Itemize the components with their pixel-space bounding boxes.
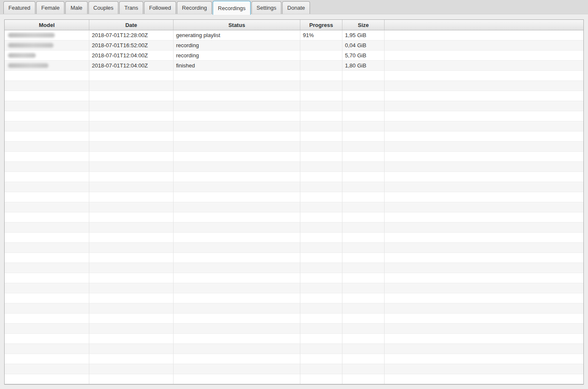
table-row-empty[interactable] [5,182,583,192]
cell-model [5,182,89,192]
cell-status: recording [174,51,300,61]
cell-filler [385,293,583,303]
table-row-empty[interactable] [5,212,583,223]
cell-model [5,324,89,334]
table-row-empty[interactable] [5,374,583,384]
tab-trans[interactable]: Trans [119,1,143,14]
cell-model [5,51,89,61]
table-row-empty[interactable] [5,111,583,121]
cell-date [89,142,174,152]
cell-size [342,223,385,233]
tab-donate[interactable]: Donate [282,1,310,14]
cell-progress [300,283,342,293]
table-row[interactable]: 2018-07-01T12:28:00Z generating playlist… [5,30,583,40]
table-row-empty[interactable] [5,71,583,81]
column-header-model[interactable]: Model [5,20,89,30]
table-row-empty[interactable] [5,223,583,233]
cell-status [174,202,300,212]
cell-progress [300,202,342,212]
table-row-empty[interactable] [5,324,583,334]
cell-size [342,233,385,243]
cell-status [174,243,300,253]
table-row-empty[interactable] [5,101,583,111]
tab-couples[interactable]: Couples [88,1,119,14]
cell-size: 1,95 GiB [342,30,385,40]
tab-male[interactable]: Male [65,1,87,14]
table-row-empty[interactable] [5,334,583,344]
tab-followed[interactable]: Followed [144,1,176,14]
table-row-empty[interactable] [5,81,583,91]
cell-progress [300,303,342,314]
table-row-empty[interactable] [5,263,583,273]
table-row[interactable]: 2018-07-01T12:04:00Z finished 1,80 GiB [5,61,583,71]
tab-female[interactable]: Female [36,1,64,14]
cell-status [174,364,300,374]
table-row[interactable]: 2018-07-01T12:04:00Z recording 5,70 GiB [5,51,583,61]
table-row-empty[interactable] [5,121,583,131]
table-row-empty[interactable] [5,243,583,253]
cell-date [89,172,174,182]
column-header-progress[interactable]: Progress [300,20,342,30]
tab-label: Male [70,5,82,11]
tab-settings[interactable]: Settings [251,1,281,14]
cell-size: 1,80 GiB [342,61,385,71]
cell-progress [300,81,342,91]
cell-filler [385,162,583,172]
cell-filler [385,283,583,293]
table-row-empty[interactable] [5,192,583,202]
table-row-empty[interactable] [5,91,583,101]
tab-recordings[interactable]: Recordings [213,1,251,15]
table-row-empty[interactable] [5,303,583,314]
tab-recording[interactable]: Recording [177,1,212,14]
table-row-empty[interactable] [5,364,583,374]
table-row-empty[interactable] [5,202,583,212]
table-row-empty[interactable] [5,152,583,162]
redacted-model-name [8,43,53,48]
cell-status [174,192,300,202]
cell-progress [300,293,342,303]
table-header-row: Model Date Status Progress Size [5,20,583,30]
cell-progress [300,152,342,162]
table-row-empty[interactable] [5,172,583,182]
table-row-empty[interactable] [5,344,583,354]
cell-date [89,152,174,162]
table-row-empty[interactable] [5,273,583,283]
table-row-empty[interactable] [5,233,583,243]
table-row-empty[interactable] [5,283,583,293]
cell-date [89,131,174,142]
cell-model [5,253,89,263]
cell-status [174,162,300,172]
cell-model [5,152,89,162]
column-header-size[interactable]: Size [342,20,385,30]
column-header-status[interactable]: Status [174,20,300,30]
cell-progress [300,253,342,263]
table-row-empty[interactable] [5,253,583,263]
table-row-empty[interactable] [5,162,583,172]
cell-size [342,131,385,142]
table-row-empty[interactable] [5,293,583,303]
table-row-empty[interactable] [5,354,583,364]
table-row-empty[interactable] [5,142,583,152]
cell-filler [385,121,583,131]
column-header-label: Size [358,22,369,28]
cell-date [89,314,174,324]
cell-filler [385,324,583,334]
cell-status [174,91,300,101]
cell-date [89,243,174,253]
table-row-empty[interactable] [5,131,583,142]
cell-filler [385,354,583,364]
tab-featured[interactable]: Featured [3,1,35,14]
cell-progress [300,364,342,374]
column-header-date[interactable]: Date [89,20,174,30]
cell-status [174,374,300,384]
cell-filler [385,152,583,162]
cell-date [89,354,174,364]
cell-model [5,121,89,131]
cell-progress [300,192,342,202]
table-row-empty[interactable] [5,314,583,324]
table-row[interactable]: 2018-07-01T16:52:00Z recording 0,04 GiB [5,40,583,51]
cell-progress [300,354,342,364]
cell-size [342,354,385,364]
column-header-filler[interactable] [385,20,583,30]
recordings-table: Model Date Status Progress Size 2018-07-… [4,19,584,384]
